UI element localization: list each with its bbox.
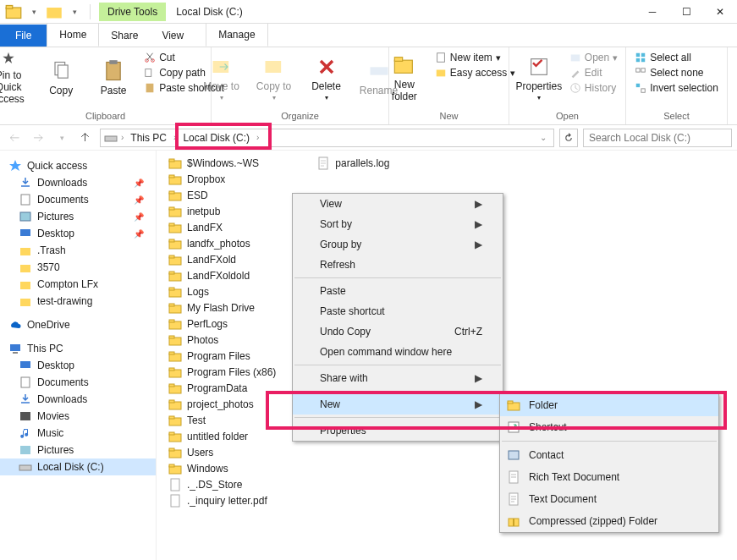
qa-dropdown-icon[interactable]: ▾ bbox=[25, 3, 42, 20]
history-button[interactable]: History bbox=[568, 81, 619, 95]
folder-item[interactable]: Windows bbox=[165, 461, 279, 476]
svg-rect-49 bbox=[169, 191, 174, 194]
folder-item[interactable]: ._.DS_Store bbox=[165, 477, 279, 492]
new-contact-item[interactable]: Contact bbox=[500, 444, 718, 466]
ctx-undo[interactable]: Undo CopyCtrl+Z bbox=[293, 321, 503, 342]
folder-item[interactable]: Program Files bbox=[165, 349, 279, 364]
search-input[interactable] bbox=[583, 129, 732, 147]
copy-to-button[interactable]: Copy to▾ bbox=[250, 51, 298, 105]
delete-button[interactable]: Delete▾ bbox=[303, 51, 350, 105]
minimize-button[interactable]: ─ bbox=[635, 0, 669, 24]
folder-item[interactable]: Logs bbox=[165, 284, 279, 299]
new-txt-item[interactable]: Text Document bbox=[500, 488, 718, 510]
rename-button[interactable]: Rename bbox=[355, 51, 403, 105]
properties-button[interactable]: Properties▾ bbox=[515, 51, 563, 105]
folder-item[interactable]: project_photos bbox=[165, 397, 279, 412]
new-folder-item[interactable]: Folder bbox=[500, 394, 718, 416]
folder-item[interactable]: Users bbox=[165, 445, 279, 460]
forward-button[interactable]: 🡢 bbox=[29, 129, 47, 147]
back-button[interactable]: 🡠 bbox=[5, 129, 24, 147]
svg-rect-37 bbox=[10, 344, 20, 351]
pin-to-quick-access-button[interactable]: Pin to Quick access bbox=[0, 51, 32, 105]
nav-pc-localdisk[interactable]: Local Disk (C:) bbox=[0, 458, 156, 475]
file-tab[interactable]: File bbox=[0, 25, 47, 47]
ctx-sortby[interactable]: Sort by▶ bbox=[293, 214, 503, 234]
crumb-thispc[interactable]: This PC bbox=[127, 132, 170, 144]
open-button[interactable]: Open ▾ bbox=[568, 51, 619, 64]
edit-button[interactable]: Edit bbox=[568, 66, 619, 80]
ctx-properties[interactable]: Properties bbox=[293, 420, 503, 441]
folder-item[interactable]: Program Files (x86) bbox=[165, 365, 279, 380]
address-bar[interactable]: › This PC › Local Disk (C:) › ⌄ bbox=[100, 129, 554, 147]
folder-item[interactable]: untitled folder bbox=[165, 429, 279, 444]
easy-access-button[interactable]: Easy access ▾ bbox=[433, 66, 517, 80]
folder-icon bbox=[168, 414, 182, 427]
nav-compton[interactable]: Compton LFx bbox=[0, 276, 156, 293]
folder-item[interactable]: LandFX bbox=[165, 220, 279, 235]
nav-quick-access[interactable]: Quick access bbox=[0, 157, 156, 174]
folder-item[interactable]: LandFXoldold bbox=[165, 268, 279, 283]
nav-pc-downloads[interactable]: Downloads bbox=[0, 391, 156, 408]
folder-item[interactable]: $Windows.~WS bbox=[165, 156, 279, 171]
folder-item[interactable]: inetpub bbox=[165, 204, 279, 219]
new-zip-item[interactable]: Compressed (zipped) Folder bbox=[500, 510, 718, 532]
refresh-button[interactable] bbox=[559, 129, 578, 147]
copy-button[interactable]: Copy bbox=[37, 51, 85, 105]
svg-rect-12 bbox=[265, 61, 281, 73]
ctx-refresh[interactable]: Refresh bbox=[293, 255, 503, 275]
nav-trash[interactable]: .Trash bbox=[0, 242, 156, 259]
new-shortcut-item[interactable]: Shortcut bbox=[500, 416, 718, 438]
close-button[interactable]: ✕ bbox=[703, 0, 737, 24]
nav-onedrive[interactable]: OneDrive bbox=[0, 316, 156, 333]
move-to-button[interactable]: Move to▾ bbox=[198, 51, 245, 105]
select-all-button[interactable]: Select all bbox=[633, 51, 720, 64]
nav-test-drawing[interactable]: test-drawing bbox=[0, 293, 156, 310]
nav-pc-documents[interactable]: Documents bbox=[0, 374, 156, 391]
nav-documents[interactable]: Documents📌 bbox=[0, 191, 156, 208]
folder-icon bbox=[168, 462, 182, 475]
up-button[interactable]: 🡡 bbox=[76, 129, 95, 147]
address-dropdown-icon[interactable]: ⌄ bbox=[540, 133, 550, 142]
qa-dropdown2-icon[interactable]: ▾ bbox=[66, 3, 83, 20]
folder-item[interactable]: Photos bbox=[165, 332, 279, 348]
file-item[interactable]: parallels.log bbox=[313, 156, 393, 171]
folder-item[interactable]: LandFXold bbox=[165, 252, 279, 267]
paste-button[interactable]: Paste bbox=[90, 51, 137, 105]
crumb-drive[interactable]: Local Disk (C:) bbox=[179, 132, 253, 144]
folder-item[interactable]: Test bbox=[165, 413, 279, 428]
maximize-button[interactable]: ☐ bbox=[669, 0, 703, 24]
ctx-open-cmd[interactable]: Open command window here bbox=[293, 342, 503, 362]
folder-item[interactable]: ProgramData bbox=[165, 381, 279, 396]
tab-share[interactable]: Share bbox=[99, 25, 150, 47]
nav-thispc[interactable]: This PC bbox=[0, 340, 156, 357]
folder-item[interactable]: ESD bbox=[165, 188, 279, 203]
nav-pictures[interactable]: Pictures📌 bbox=[0, 208, 156, 225]
ctx-groupby[interactable]: Group by▶ bbox=[293, 234, 503, 255]
ctx-new[interactable]: New▶ bbox=[293, 394, 503, 415]
nav-downloads[interactable]: Downloads📌 bbox=[0, 174, 156, 191]
group-select-label: Select bbox=[663, 111, 690, 121]
tab-manage[interactable]: Manage bbox=[206, 23, 267, 47]
folder-item[interactable]: PerfLogs bbox=[165, 316, 279, 332]
nav-3570[interactable]: 3570 bbox=[0, 259, 156, 276]
tab-home[interactable]: Home bbox=[47, 23, 99, 47]
recent-dropdown[interactable]: ▾ bbox=[52, 129, 71, 147]
tab-view[interactable]: View bbox=[150, 25, 195, 47]
new-item-button[interactable]: New item ▾ bbox=[433, 51, 517, 64]
svg-rect-79 bbox=[169, 432, 174, 435]
folder-item[interactable]: Dropbox bbox=[165, 172, 279, 187]
ctx-share-with[interactable]: Share with▶ bbox=[293, 368, 503, 388]
svg-rect-13 bbox=[370, 67, 388, 74]
invert-selection-button[interactable]: Invert selection bbox=[633, 81, 720, 95]
folder-item[interactable]: landfx_photos bbox=[165, 236, 279, 251]
folder-item[interactable]: My Flash Drive bbox=[165, 300, 279, 316]
new-rtf-item[interactable]: Rich Text Document bbox=[500, 466, 718, 488]
nav-pc-desktop[interactable]: Desktop bbox=[0, 357, 156, 374]
ctx-view[interactable]: View▶ bbox=[293, 194, 503, 214]
folder-item[interactable]: ._inquiry letter.pdf bbox=[165, 493, 279, 508]
nav-pc-movies[interactable]: Movies bbox=[0, 408, 156, 425]
nav-desktop[interactable]: Desktop📌 bbox=[0, 225, 156, 242]
select-none-button[interactable]: Select none bbox=[633, 66, 720, 80]
nav-pc-music[interactable]: Music bbox=[0, 425, 156, 442]
nav-pc-pictures[interactable]: Pictures bbox=[0, 442, 156, 458]
